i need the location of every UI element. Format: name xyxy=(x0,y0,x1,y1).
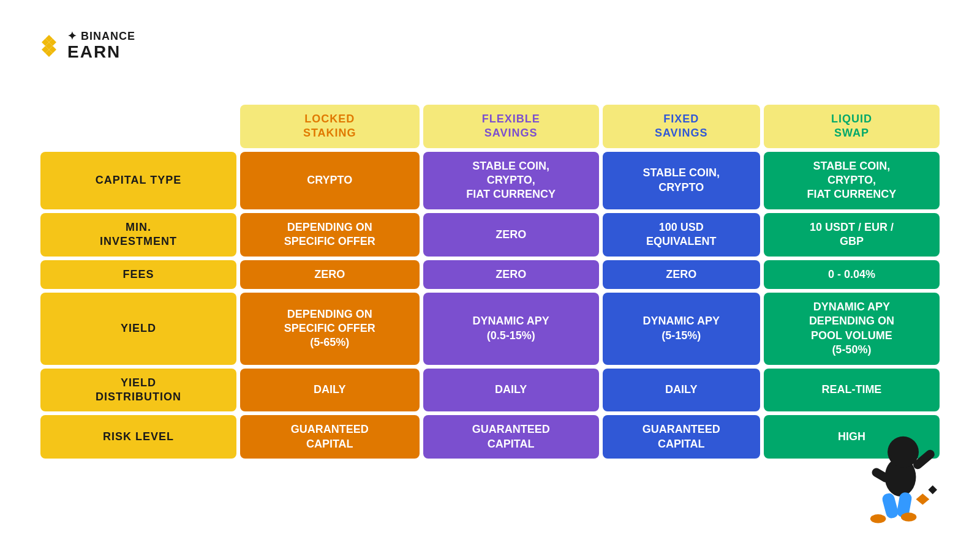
cell-yield-dist-locked: DAILY xyxy=(240,369,420,412)
logo-area: ✦ BINANCE EARN xyxy=(37,31,135,62)
cell-fees-fixed: ZERO xyxy=(603,260,760,289)
row-risk-level: RISK LEVEL GUARANTEEDCAPITAL GUARANTEEDC… xyxy=(40,415,940,459)
row-yield: YIELD DEPENDING ONSPECIFIC OFFER(5-65%) … xyxy=(40,293,940,365)
label-yield: YIELD xyxy=(40,293,236,365)
cell-min-investment-locked: DEPENDING ONSPECIFIC OFFER xyxy=(240,213,420,257)
cell-yield-dist-liquid: REAL-TIME xyxy=(764,369,940,412)
cell-fees-locked: ZERO xyxy=(240,260,420,289)
cell-risk-locked: GUARANTEEDCAPITAL xyxy=(240,415,420,459)
cell-min-investment-liquid: 10 USDT / EUR /GBP xyxy=(764,213,940,257)
cell-yield-locked: DEPENDING ONSPECIFIC OFFER(5-65%) xyxy=(240,293,420,365)
logo-text: ✦ BINANCE EARN xyxy=(67,31,135,62)
label-fees: FEES xyxy=(40,260,236,289)
label-min-investment: MIN.INVESTMENT xyxy=(40,213,236,257)
cell-yield-dist-fixed: DAILY xyxy=(603,369,760,412)
cell-risk-flexible: GUARANTEEDCAPITAL xyxy=(423,415,599,459)
label-capital-type: CAPITAL TYPE xyxy=(40,152,236,209)
cell-capital-type-flexible: STABLE COIN,CRYPTO,FIAT CURRENCY xyxy=(423,152,599,209)
svg-point-11 xyxy=(870,514,886,523)
cell-capital-type-fixed: STABLE COIN,CRYPTO xyxy=(603,152,760,209)
header-empty xyxy=(40,105,236,148)
header-fixed-savings: FIXED SAVINGS xyxy=(603,105,760,148)
svg-marker-16 xyxy=(928,485,937,495)
cell-yield-liquid: DYNAMIC APYDEPENDING ONPOOL VOLUME(5-50%… xyxy=(764,293,940,365)
label-yield-distribution: YIELDDISTRIBUTION xyxy=(40,369,236,412)
cell-min-investment-flexible: ZERO xyxy=(423,213,599,257)
cell-yield-dist-flexible: DAILY xyxy=(423,369,599,412)
header-locked-staking: LOCKED STAKING xyxy=(240,105,420,148)
svg-point-12 xyxy=(901,512,916,522)
cell-min-investment-fixed: 100 USDEQUIVALENT xyxy=(603,213,760,257)
cell-capital-type-liquid: STABLE COIN,CRYPTO,FIAT CURRENCY xyxy=(764,152,940,209)
binance-logo-icon xyxy=(37,34,61,58)
header-flexible-savings: FLEXIBLE SAVINGS xyxy=(423,105,599,148)
cell-yield-fixed: DYNAMIC APY(5-15%) xyxy=(603,293,760,365)
row-yield-distribution: YIELDDISTRIBUTION DAILY DAILY DAILY REAL… xyxy=(40,369,940,412)
row-min-investment: MIN.INVESTMENT DEPENDING ONSPECIFIC OFFE… xyxy=(40,213,940,257)
cell-fees-liquid: 0 - 0.04% xyxy=(764,260,940,289)
logo-binance-text: ✦ BINANCE xyxy=(67,31,135,43)
row-capital-type: CAPITAL TYPE CRYPTO STABLE COIN,CRYPTO,F… xyxy=(40,152,940,209)
cell-capital-type-locked: CRYPTO xyxy=(240,152,420,209)
cell-fees-flexible: ZERO xyxy=(423,260,599,289)
logo-earn-text: EARN xyxy=(67,43,135,62)
page-container: ✦ BINANCE EARN LOCKED STAKING FLEXIBLE S… xyxy=(0,0,980,551)
row-fees: FEES ZERO ZERO ZERO 0 - 0.04% xyxy=(40,260,940,289)
label-risk-level: RISK LEVEL xyxy=(40,415,236,459)
comparison-table: LOCKED STAKING FLEXIBLE SAVINGS FIXED SA… xyxy=(37,101,943,462)
header-row: LOCKED STAKING FLEXIBLE SAVINGS FIXED SA… xyxy=(40,105,940,148)
header-liquid-swap: LIQUID SWAP xyxy=(764,105,940,148)
svg-rect-9 xyxy=(881,492,900,520)
cell-risk-fixed: GUARANTEEDCAPITAL xyxy=(603,415,760,459)
svg-marker-15 xyxy=(916,493,929,504)
character-illustration xyxy=(845,410,956,533)
cell-yield-flexible: DYNAMIC APY(0.5-15%) xyxy=(423,293,599,365)
